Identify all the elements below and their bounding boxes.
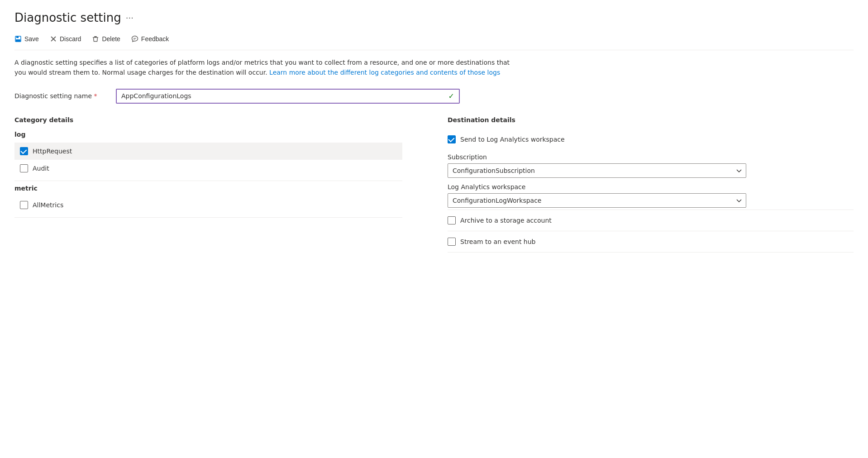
event-hub-row: Stream to an event hub [448,233,854,250]
setting-name-input[interactable] [121,92,445,100]
log-analytics-checkbox[interactable] [448,135,456,143]
svg-rect-5 [94,36,97,37]
subscription-select-wrapper: ConfigurationSubscription [448,163,746,178]
toolbar: Save Discard Delete Feedback [14,33,854,50]
discard-button[interactable]: Discard [50,33,81,44]
category-details-title: Category details [14,116,402,124]
page-title: Diagnostic setting [14,11,121,24]
dest-divider-2 [448,231,854,231]
svg-rect-6 [93,37,98,38]
destination-details-section: Destination details Send to Log Analytic… [448,116,854,254]
required-indicator: * [94,92,97,100]
httprequest-label: HttpRequest [33,148,72,155]
description: A diagnostic setting specifies a list of… [14,57,512,78]
setting-name-label: Diagnostic setting name * [14,92,105,100]
page-title-container: Diagnostic setting ··· [14,11,854,24]
feedback-label: Feedback [141,35,169,43]
subscription-label: Subscription [448,153,854,161]
log-metric-divider [14,181,402,181]
feedback-button[interactable]: Feedback [131,33,169,44]
log-group-label: log [14,131,402,138]
storage-account-row: Archive to a storage account [448,212,854,229]
setting-name-row: Diagnostic setting name * ✓ [14,89,854,104]
log-analytics-item: Send to Log Analytics workspace Subscrip… [448,131,854,208]
dest-divider-3 [448,252,854,253]
event-hub-checkbox[interactable] [448,238,456,246]
httprequest-row: HttpRequest [14,143,402,160]
delete-label: Delete [102,35,120,43]
event-hub-label: Stream to an event hub [460,238,535,245]
save-icon [14,35,22,43]
storage-account-label: Archive to a storage account [460,217,552,224]
metric-end-divider [14,217,402,218]
audit-label: Audit [33,165,49,172]
subscription-select[interactable]: ConfigurationSubscription [448,163,746,178]
storage-account-item: Archive to a storage account [448,212,854,229]
allmetrics-label: AllMetrics [33,201,63,209]
dest-divider-1 [448,210,854,210]
main-content: Category details log HttpRequest Audit m… [14,116,854,254]
save-label: Save [24,35,39,43]
allmetrics-checkbox[interactable] [20,201,28,209]
discard-icon [50,35,57,43]
workspace-label: Log Analytics workspace [448,183,854,191]
feedback-icon [131,35,138,43]
log-analytics-row: Send to Log Analytics workspace [448,131,854,148]
audit-row: Audit [14,160,402,177]
discard-label: Discard [60,35,81,43]
description-link[interactable]: Learn more about the different log categ… [269,69,500,76]
save-button[interactable]: Save [14,33,39,44]
allmetrics-row: AllMetrics [14,196,402,214]
delete-icon [92,35,99,43]
svg-rect-2 [16,39,20,42]
delete-button[interactable]: Delete [92,33,120,44]
storage-account-checkbox[interactable] [448,216,456,224]
category-details-section: Category details log HttpRequest Audit m… [14,116,420,254]
workspace-select[interactable]: ConfigurationLogWorkspace [448,193,746,208]
destination-details-title: Destination details [448,116,854,124]
event-hub-item: Stream to an event hub [448,233,854,250]
log-analytics-label: Send to Log Analytics workspace [460,136,565,143]
input-valid-icon: ✓ [448,92,454,100]
httprequest-checkbox[interactable] [20,147,28,155]
audit-checkbox[interactable] [20,164,28,172]
metric-group-label: metric [14,185,402,192]
setting-name-input-wrapper: ✓ [116,89,460,104]
workspace-select-wrapper: ConfigurationLogWorkspace [448,193,746,208]
svg-rect-1 [16,36,19,38]
page-title-ellipsis: ··· [126,13,134,23]
